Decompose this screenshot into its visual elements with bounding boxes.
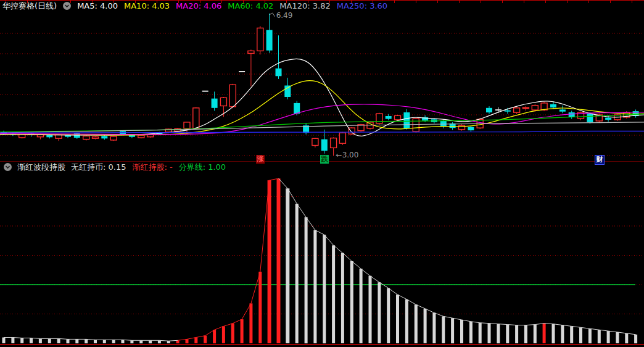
collapse-chevron-icon[interactable] xyxy=(63,2,71,10)
indicator-value-1: 渐红持股: - xyxy=(132,162,172,173)
high-price-label: 6.49 xyxy=(276,11,293,20)
candlestick-chart[interactable] xyxy=(0,11,644,162)
signal-badge-fall: 跌 xyxy=(320,155,329,164)
low-price-label: ←3.00 xyxy=(336,151,359,159)
ma-label-3: MA60: 4.02 xyxy=(228,1,273,10)
indicator-chart[interactable] xyxy=(0,173,644,347)
signal-badge-wealth: 财 xyxy=(595,155,605,165)
chart-title-bar: 华控赛格(日线) MA5: 4.00MA10: 4.03MA20: 4.06MA… xyxy=(2,1,387,10)
collapse-chevron-icon[interactable] xyxy=(4,163,12,171)
indicator-value-2: 分界线: 1.00 xyxy=(179,162,226,173)
indicator-name: 渐红波段持股 xyxy=(17,162,65,173)
indicator-values-row: 无红持币: 0.15渐红持股: -分界线: 1.00 xyxy=(71,162,226,173)
ma-label-1: MA10: 4.03 xyxy=(124,1,170,10)
stock-chart-app: 华控赛格(日线) MA5: 4.00MA10: 4.03MA20: 4.06MA… xyxy=(0,0,644,347)
ma-label-0: MA5: 4.00 xyxy=(77,1,118,10)
ma-label-2: MA20: 4.06 xyxy=(176,1,221,10)
ma-values-row: MA5: 4.00MA10: 4.03MA20: 4.06MA60: 4.02M… xyxy=(77,1,387,10)
signal-badge-rise: 涨 xyxy=(256,155,265,164)
left-arrow-icon: ← xyxy=(336,151,342,159)
indicator-value-0: 无红持币: 0.15 xyxy=(71,162,126,173)
ma-label-5: MA250: 3.60 xyxy=(337,1,387,10)
ma-label-4: MA120: 3.82 xyxy=(279,1,330,10)
stock-title: 华控赛格(日线) xyxy=(2,1,57,12)
